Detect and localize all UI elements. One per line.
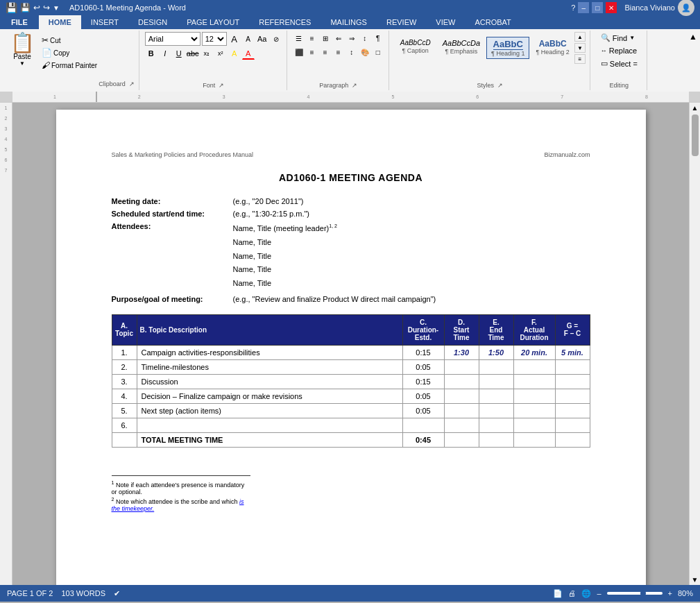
tab-mailings[interactable]: MAILINGS [321,15,377,29]
clipboard-group: 📋 Paste ▼ ✂ Cut 📄 Copy 🖌 Format Painter … [3,31,139,90]
word-icon: 💾 [6,2,17,13]
document-title: AD1060-1 MEETING AGENDA [112,172,590,183]
styles-scroll-up[interactable]: ▲ [574,32,586,42]
zoom-in-btn[interactable]: + [668,589,672,597]
row4-desc: Decision – Finalize campaign or make rev… [137,389,402,403]
clear-format-button[interactable]: ⊘ [270,33,282,45]
font-color-button[interactable]: A [242,47,255,60]
style-emphasis[interactable]: AaBbCcDa ¶ Emphasis [438,37,485,60]
proofing-icon[interactable]: ✔ [114,589,120,598]
format-painter-button[interactable]: 🖌 Format Painter [40,60,99,71]
bullets-button[interactable]: ☰ [293,32,305,44]
page-area[interactable]: Sales & Marketing Policies and Procedure… [12,103,689,585]
numbering-button[interactable]: ≡ [306,32,318,44]
total-g [555,432,590,447]
tab-insert[interactable]: INSERT [81,15,128,29]
italic-button[interactable]: I [159,47,171,60]
total-row: TOTAL MEETING TIME 0:45 [112,432,590,447]
style-heading1[interactable]: AaBbC ¶ Heading 1 [486,37,529,60]
close-btn[interactable]: ✕ [606,2,617,13]
strikethrough-button[interactable]: abc [187,47,199,60]
scroll-thumb[interactable] [692,114,699,156]
shrink-font-button[interactable]: A [242,33,255,45]
styles-label: Styles ↗ [477,80,504,89]
row6-end [479,418,513,432]
table-row: 2. Timeline-milestones 0:05 [112,359,590,374]
font-size-select[interactable]: 12 [202,32,227,46]
underline-button[interactable]: U [173,47,185,60]
read-mode-icon[interactable]: 📄 [553,589,563,598]
tab-acrobat[interactable]: ACROBAT [465,15,520,29]
row2-g [555,359,590,374]
subscript-button[interactable]: x₂ [200,47,213,60]
bold-button[interactable]: B [145,47,157,60]
decrease-indent-button[interactable]: ⇐ [332,32,345,44]
attendee-5: Name, Title [233,277,337,291]
undo-icon[interactable]: ↩ [33,3,40,12]
borders-button[interactable]: □ [372,46,384,58]
print-layout-icon[interactable]: 🖨 [568,589,576,597]
tab-review[interactable]: REVIEW [377,15,426,29]
customize-icon[interactable]: ▼ [53,4,60,12]
zoom-out-btn[interactable]: – [597,589,601,597]
paste-arrow[interactable]: ▼ [19,60,25,67]
align-right-button[interactable]: ≡ [319,46,332,58]
text-highlight-button[interactable]: A [228,47,241,60]
zoom-slider[interactable] [607,592,663,595]
help-icon[interactable]: ? [571,3,575,12]
row1-num: 1. [112,345,137,359]
attendees-list: Name, Title (meeting leader)1, 2 Name, T… [233,222,337,291]
purpose-row: Purpose/goal of meeting: (e.g., "Review … [112,295,590,303]
font-name-select[interactable]: Arial [145,32,200,46]
tab-design[interactable]: DESIGN [128,15,177,29]
tab-page-layout[interactable]: PAGE LAYOUT [177,15,249,29]
grow-font-button[interactable]: A [228,33,241,45]
show-hide-button[interactable]: ¶ [372,32,384,44]
find-button[interactable]: 🔍 Find ▼ [598,32,640,44]
expand-ribbon-button[interactable]: ▲ [689,32,697,42]
ruler: 12345678 [0,92,700,103]
select-button[interactable]: ▭ Select = [598,58,640,69]
replace-button[interactable]: ↔ Replace [598,45,640,56]
scroll-up-btn[interactable]: ▲ [692,104,699,112]
row5-end [479,403,513,418]
tab-home[interactable]: HOME [39,15,81,29]
meeting-date-row: Meeting date: (e.g., "20 Dec 2011") [112,197,590,205]
maximize-btn[interactable]: □ [592,2,603,13]
styles-expand[interactable]: ≡ [574,54,586,64]
sort-button[interactable]: ↕ [359,32,371,44]
align-left-button[interactable]: ⬛ [293,46,305,58]
tab-view[interactable]: VIEW [426,15,465,29]
line-spacing-button[interactable]: ↕ [345,46,358,58]
find-arrow[interactable]: ▼ [629,35,635,41]
web-layout-icon[interactable]: 🌐 [581,589,591,598]
tab-references[interactable]: REFERENCES [249,15,321,29]
scroll-down-btn[interactable]: ▼ [692,576,699,584]
cut-button[interactable]: ✂ Cut [40,35,99,46]
redo-icon[interactable]: ↪ [43,3,50,12]
font-row1: Arial 12 A A Aa ⊘ [145,32,282,46]
style-heading2[interactable]: AaBbC ¶ Heading 2 [531,37,574,60]
change-case-button[interactable]: Aa [256,33,268,45]
row1-start: 1:30 [444,345,479,359]
total-value: 0:45 [402,432,444,447]
styles-scroll-down[interactable]: ▼ [574,43,586,53]
copy-button[interactable]: 📄 Copy [40,47,99,58]
paragraph-label: Paragraph ↗ [319,80,357,89]
scrollbar-right[interactable]: ▲ ▼ [689,103,700,585]
paste-button[interactable]: 📋 Paste ▼ [7,32,37,68]
justify-button[interactable]: ≡ [332,46,345,58]
multilevel-button[interactable]: ⊞ [319,32,332,44]
save-icon[interactable]: 💾 [20,3,31,12]
tab-file[interactable]: FILE [0,15,39,29]
align-center-button[interactable]: ≡ [306,46,318,58]
style-caption[interactable]: AaBbCcD ¶ Caption [395,37,436,60]
minimize-btn[interactable]: – [578,2,589,13]
ruler-content: 12345678 [12,92,689,102]
row6-actual [513,418,555,432]
footnote-2: 2 Note which attendee is the scribe and … [112,497,250,512]
superscript-button[interactable]: x² [214,47,227,60]
timekeeper-link[interactable]: is the timekeeper. [112,498,244,512]
increase-indent-button[interactable]: ⇒ [345,32,358,44]
shading-button[interactable]: 🎨 [359,46,371,58]
